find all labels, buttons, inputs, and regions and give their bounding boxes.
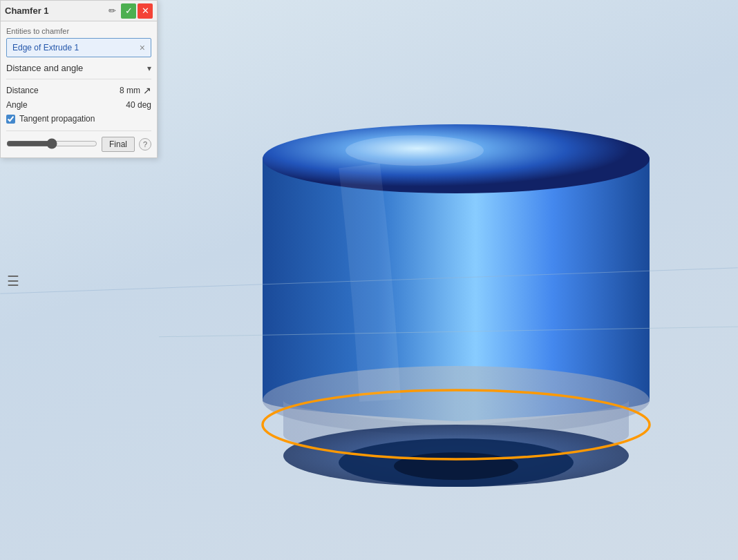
tangent-propagation-label[interactable]: Tangent propagation <box>19 114 95 124</box>
distance-label: Distance <box>6 86 106 95</box>
slider-container <box>6 138 97 151</box>
tangent-propagation-row: Tangent propagation <box>6 114 151 124</box>
distance-value: 8 mm <box>106 86 140 95</box>
panel-body: Entities to chamfer Edge of Extrude 1 × … <box>1 21 157 157</box>
distance-row: Distance 8 mm ↗ <box>6 85 151 96</box>
entities-label: Entities to chamfer <box>6 27 151 35</box>
entity-box: Edge of Extrude 1 × <box>6 38 151 57</box>
entities-section: Entities to chamfer Edge of Extrude 1 × <box>6 27 151 57</box>
flip-icon[interactable]: ↗ <box>143 85 151 96</box>
entity-close-button[interactable]: × <box>140 43 145 52</box>
final-button[interactable]: Final <box>102 137 135 152</box>
panel-title: Chamfer 1 <box>5 6 103 16</box>
angle-row: Angle 40 deg <box>6 100 151 110</box>
bottom-controls: Final ? <box>6 131 151 152</box>
entity-value: Edge of Extrude 1 <box>12 43 79 52</box>
preview-slider[interactable] <box>6 138 97 149</box>
panel-title-bar: Chamfer 1 ✏ ✓ ✕ <box>1 1 157 21</box>
left-panel-icon[interactable]: ☰ <box>7 273 19 289</box>
method-dropdown-row: Distance and angle Equal distance Two di… <box>6 63 151 79</box>
angle-value: 40 deg <box>117 100 151 110</box>
cancel-button[interactable]: ✕ <box>138 3 153 19</box>
cylinder-3d <box>221 104 691 532</box>
help-icon[interactable]: ? <box>139 138 151 151</box>
dropdown-arrow-icon: ▾ <box>147 64 151 73</box>
confirm-button[interactable]: ✓ <box>121 3 136 19</box>
angle-label: Angle <box>6 100 117 110</box>
method-dropdown[interactable]: Distance and angle Equal distance Two di… <box>6 63 147 73</box>
svg-point-6 <box>346 135 484 166</box>
chamfer-panel: Chamfer 1 ✏ ✓ ✕ Entities to chamfer Edge… <box>0 0 158 158</box>
tangent-propagation-checkbox[interactable] <box>6 115 15 124</box>
svg-point-4 <box>394 452 518 480</box>
edit-button[interactable]: ✏ <box>104 3 120 19</box>
